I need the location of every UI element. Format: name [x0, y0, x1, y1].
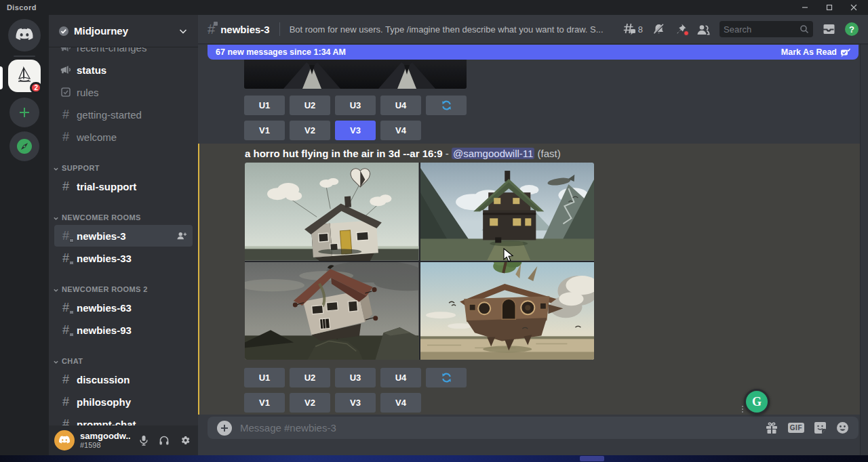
channel-list[interactable]: recent-changes status rules # getting-st… — [49, 47, 198, 425]
channel-recent-changes[interactable]: recent-changes — [54, 47, 193, 58]
chat-main: # newbies-3 Bot room for new users. Type… — [198, 15, 868, 455]
chevron-down-icon — [178, 26, 189, 37]
v1-button[interactable]: V1 — [244, 393, 285, 413]
threads-button[interactable]: 8 — [623, 23, 643, 35]
new-messages-text: 67 new messages since 1:34 AM — [216, 47, 346, 57]
channel-newbies-63[interactable]: # newbies-63 — [54, 297, 193, 318]
chat-scrollbar[interactable] — [860, 44, 868, 455]
category-label: NEWCOMER ROOMS 2 — [62, 285, 148, 293]
window-close-button[interactable] — [845, 1, 863, 14]
refresh-icon — [441, 100, 452, 111]
channel-status[interactable]: status — [54, 59, 193, 81]
channel-prompt-chat[interactable]: # prompt-chat — [54, 413, 193, 425]
channel-newbies-3[interactable]: # newbies-3 — [54, 225, 193, 247]
category-chat[interactable]: CHAT — [49, 352, 198, 368]
emoji-picker-button[interactable] — [836, 421, 849, 434]
sticker-picker-button[interactable] — [814, 421, 827, 434]
invite-members-icon[interactable] — [176, 231, 187, 240]
channel-trial-support[interactable]: # trial-support — [54, 175, 193, 197]
window-minimize-button[interactable] — [796, 1, 814, 14]
previous-generated-image[interactable] — [244, 60, 467, 89]
background-window-strip — [0, 455, 868, 462]
search-icon — [800, 24, 809, 34]
channel-sidebar: Midjourney recent-changes status rules #… — [49, 15, 198, 455]
add-server-button[interactable] — [9, 98, 39, 127]
generated-image-4[interactable] — [420, 262, 595, 360]
grammarly-widget[interactable]: G — [744, 389, 770, 415]
user-identity[interactable]: samgoodw... #1598 — [80, 432, 130, 449]
attach-file-button[interactable] — [217, 421, 232, 436]
deafen-button[interactable] — [156, 432, 172, 448]
channel-topic[interactable]: Bot room for new users. Type /imagine th… — [290, 24, 617, 35]
message-composer[interactable]: Message #newbies-3 GIF — [208, 417, 859, 439]
chevron-down-icon — [53, 215, 59, 222]
mute-microphone-button[interactable] — [136, 432, 152, 448]
channel-philosophy[interactable]: # philosophy — [54, 391, 193, 413]
u1-button[interactable]: U1 — [244, 368, 285, 387]
search-input[interactable]: Search — [719, 21, 813, 37]
channel-discussion[interactable]: # discussion — [54, 369, 193, 390]
u4-button[interactable]: U4 — [380, 368, 421, 387]
v4-button[interactable]: V4 — [380, 121, 421, 140]
channel-newbies-93[interactable]: # newbies-93 — [54, 319, 193, 341]
pin-alert-dot — [684, 30, 689, 36]
grammarly-drag-handle[interactable] — [742, 406, 743, 413]
prompt-text: a horro hut flying in the air in 3d --ar… — [245, 148, 443, 159]
user-settings-button[interactable] — [176, 432, 193, 448]
member-list-button[interactable] — [696, 24, 710, 35]
u2-button[interactable]: U2 — [290, 368, 330, 387]
v1-button[interactable]: V1 — [244, 121, 285, 140]
inbox-button[interactable] — [823, 23, 835, 35]
u3-button[interactable]: U3 — [335, 368, 376, 387]
user-mention[interactable]: @samgoodwill-11 — [452, 148, 534, 159]
discord-logo-icon — [15, 28, 34, 43]
message-input[interactable]: Message #newbies-3 — [240, 422, 757, 434]
channel-rules[interactable]: rules — [54, 81, 193, 103]
v4-button[interactable]: V4 — [380, 393, 421, 413]
channel-label: philosophy — [77, 396, 187, 408]
new-messages-banner[interactable]: 67 new messages since 1:34 AM Mark As Re… — [208, 45, 859, 60]
category-support[interactable]: SUPPORT — [49, 159, 198, 175]
reroll-button[interactable] — [426, 96, 467, 115]
v3-button-selected[interactable]: V3 — [335, 121, 376, 140]
u4-button[interactable]: U4 — [380, 96, 421, 115]
gift-button[interactable] — [765, 422, 778, 434]
channel-getting-started[interactable]: # getting-started — [54, 104, 193, 125]
plus-icon — [220, 424, 229, 432]
notification-settings-button[interactable] — [652, 23, 665, 35]
server-header[interactable]: Midjourney — [49, 15, 198, 47]
channel-welcome[interactable]: # welcome — [54, 126, 193, 148]
explore-servers-button[interactable] — [9, 131, 39, 161]
user-avatar[interactable] — [54, 430, 75, 450]
generated-image-3[interactable] — [245, 262, 419, 360]
chevron-down-icon — [53, 359, 59, 365]
generation-mode: (fast) — [534, 148, 560, 159]
mark-as-read-button[interactable]: Mark As Read — [781, 47, 850, 57]
u1-button[interactable]: U1 — [244, 96, 285, 115]
category-newcomer-rooms-2[interactable]: NEWCOMER ROOMS 2 — [49, 280, 198, 296]
refresh-icon — [441, 372, 452, 383]
channel-label: newbies-63 — [77, 302, 187, 314]
v2-button[interactable]: V2 — [290, 393, 330, 413]
category-newcomer-rooms[interactable]: NEWCOMER ROOMS — [49, 208, 198, 224]
generated-image-grid[interactable] — [245, 163, 594, 360]
v2-button[interactable]: V2 — [290, 121, 330, 140]
window-maximize-button[interactable] — [821, 1, 838, 14]
reroll-button[interactable] — [426, 368, 467, 387]
v3-button[interactable]: V3 — [335, 393, 376, 413]
grammarly-icon: G — [746, 391, 768, 413]
u2-button[interactable]: U2 — [290, 96, 330, 115]
channel-label: prompt-chat — [77, 419, 187, 426]
channel-newbies-33[interactable]: # newbies-33 — [54, 247, 193, 269]
window-titlebar: Discord — [0, 0, 868, 15]
hash-icon: # — [60, 180, 72, 194]
u3-button[interactable]: U3 — [335, 96, 376, 115]
discord-logo-icon — [58, 436, 71, 445]
gif-picker-button[interactable]: GIF — [788, 423, 804, 433]
generated-image-2[interactable] — [420, 163, 595, 261]
help-button[interactable]: ? — [845, 22, 859, 36]
discord-home-button[interactable] — [8, 19, 41, 51]
pinned-messages-button[interactable] — [675, 23, 687, 35]
generated-image-1[interactable] — [245, 163, 419, 261]
midjourney-server-button[interactable]: 2 — [8, 60, 41, 92]
